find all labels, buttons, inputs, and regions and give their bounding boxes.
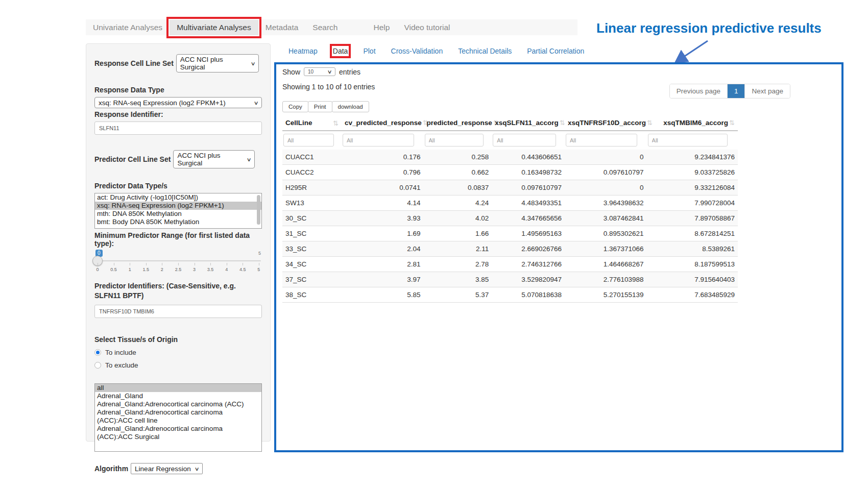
column-header-CellLine[interactable]: CellLine⇅ [282, 115, 342, 131]
slider-tick-label: 0.5 [110, 263, 117, 272]
slider-tick-label: 5 [257, 263, 261, 272]
cell-line-name: 30_SC [282, 211, 342, 226]
annotation-text: Linear regression predictive results [596, 20, 841, 36]
export-buttons: Copy Print download [282, 101, 369, 112]
previous-page-button[interactable]: Previous page [670, 84, 727, 98]
cell-value: 0.176 [342, 150, 424, 165]
tab-technical-details[interactable]: Technical Details [458, 47, 512, 55]
listbox-scrollbar[interactable] [257, 195, 260, 225]
response-identifier-input[interactable] [94, 121, 262, 135]
column-header-xsqTMBIM6_accorg[interactable]: xsqTMBIM6_accorg⇅ [647, 115, 738, 131]
cell-value: 3.97 [342, 272, 424, 287]
table-row-CUACC2[interactable]: CUACC20.7960.6620.1634987320.0976107979.… [282, 165, 738, 180]
predictor-cell-line-set-select[interactable]: ACC NCI plus Surgical ∨ [173, 150, 255, 168]
column-header-predicted_response[interactable]: predicted_response⇅ [424, 115, 492, 131]
tab-plot[interactable]: Plot [363, 47, 375, 55]
cell-value: 3.964398632 [565, 196, 647, 211]
table-row-30_SC[interactable]: 30_SC3.934.024.3476656563.0874628417.897… [282, 211, 738, 226]
column-header-xsqSLFN11_accorg[interactable]: xsqSLFN11_accorg⇅ [492, 115, 565, 131]
results-tabbar: Heatmap Data Plot Cross-Validation Techn… [288, 47, 584, 55]
slider-tick-label: 4.5 [239, 263, 246, 272]
column-filter-input-predicted_response[interactable] [425, 134, 484, 147]
nav-search[interactable]: Search [305, 20, 345, 35]
table-row-37_SC[interactable]: 37_SC3.973.853.5298209472.7761039887.915… [282, 272, 738, 287]
response-data-type-label: Response Data Type [94, 86, 262, 94]
radio-label: To exclude [105, 361, 138, 369]
nav-metadata[interactable]: Metadata [258, 20, 306, 35]
sort-icon[interactable]: ⇅ [333, 119, 339, 127]
list-item[interactable]: bmt: Body DNA 850K Methylation [95, 218, 261, 226]
column-filter-input-cv_predicted_response[interactable] [343, 134, 414, 147]
cell-value: 5.270155139 [565, 287, 647, 303]
cell-value: 0.097610797 [565, 165, 647, 180]
results-table: CellLine⇅cv_predicted_response⇅predicted… [282, 115, 738, 303]
table-row-31_SC[interactable]: 31_SC1.691.661.4956951630.8953026218.672… [282, 226, 738, 241]
tab-data[interactable]: Data [333, 47, 348, 55]
cell-value: 2.746312766 [492, 257, 565, 272]
cell-value: 7.683485929 [647, 287, 738, 303]
tissue-exclude-radio[interactable]: To exclude [94, 361, 262, 369]
cell-value: 0.0837 [424, 180, 492, 196]
nav-multivariate-analyses[interactable]: Multivariate Analyses [170, 20, 258, 35]
predictor-identifiers-label: Predictor Identifiers: (Case-Sensitive, … [94, 281, 262, 301]
chevron-down-icon: ∨ [327, 69, 332, 75]
predictor-data-types-listbox: act: Drug Activity (-log10[IC50M]) xsq: … [94, 193, 262, 229]
response-data-type-select[interactable]: xsq: RNA-seq Expression (log2 FPKM+1) ∨ [94, 97, 262, 108]
list-item[interactable]: mth: DNA 850K Methylation [95, 210, 261, 218]
table-row-SW13[interactable]: SW134.144.244.4834933513.9643986327.9907… [282, 196, 738, 211]
tab-cross-validation[interactable]: Cross-Validation [391, 47, 443, 55]
table-row-33_SC[interactable]: 33_SC2.042.112.6690267661.3673710668.538… [282, 241, 738, 257]
column-filter-input-xsqSLFN11_accorg[interactable] [493, 134, 556, 147]
column-header-xsqTNFRSF10D_accorg[interactable]: xsqTNFRSF10D_accorg⇅ [565, 115, 647, 131]
table-row-H295R[interactable]: H295R0.07410.08370.09761079709.332126084 [282, 180, 738, 196]
cell-line-name: 33_SC [282, 241, 342, 257]
cell-line-name: CUACC1 [282, 150, 342, 165]
results-table-body: CUACC10.1760.2580.44360665109.234841376C… [282, 150, 738, 303]
tab-heatmap[interactable]: Heatmap [288, 47, 318, 55]
list-item[interactable]: Adrenal_Gland:Adrenocortical carcinoma (… [95, 408, 261, 425]
nav-video-tutorial[interactable]: Video tutorial [397, 20, 457, 35]
slider-track[interactable] [95, 260, 261, 261]
download-button[interactable]: download [332, 101, 369, 112]
page-number-button[interactable]: 1 [727, 84, 745, 98]
list-item[interactable]: Adrenal_Gland [95, 392, 261, 400]
cell-value: 4.347665656 [492, 211, 565, 226]
list-item[interactable]: all [95, 384, 261, 392]
copy-button[interactable]: Copy [282, 101, 308, 112]
tissue-include-radio[interactable]: To include [94, 349, 262, 356]
tab-partial-correlation[interactable]: Partial Correlation [527, 47, 584, 55]
list-item[interactable]: act: Drug Activity (-log10[IC50M]) [95, 193, 261, 202]
cell-value: 2.776103988 [565, 272, 647, 287]
algorithm-select[interactable]: Linear Regression ∨ [131, 463, 203, 474]
column-filter-input-CellLine[interactable] [283, 134, 334, 147]
table-row-CUACC1[interactable]: CUACC10.1760.2580.44360665109.234841376 [282, 150, 738, 165]
page-length-select[interactable]: 10 ∨ [304, 67, 335, 76]
list-item[interactable]: xsq: RNA-seq Expression (log2 FPKM+1) [95, 202, 261, 210]
next-page-button[interactable]: Next page [744, 84, 790, 98]
list-item[interactable]: Adrenal_Gland:Adrenocortical carcinoma (… [95, 425, 261, 441]
list-item[interactable]: Adrenal_Gland:Adrenocortical carcinoma (… [95, 400, 261, 408]
cell-value: 4.14 [342, 196, 424, 211]
nav-univariate-analyses[interactable]: Univariate Analyses [86, 20, 170, 35]
cell-value: 4.483493351 [492, 196, 565, 211]
column-filter-input-xsqTMBIM6_accorg[interactable] [648, 134, 728, 147]
app-window: Univariate Analyses Multivariate Analyse… [0, 0, 868, 488]
print-button[interactable]: Print [308, 101, 332, 112]
cell-value: 0.796 [342, 165, 424, 180]
slider-tick-label: 1.5 [143, 263, 150, 272]
cell-value: 1.66 [424, 226, 492, 241]
cell-value: 0.662 [424, 165, 492, 180]
predictor-identifiers-input[interactable] [94, 305, 262, 318]
table-row-38_SC[interactable]: 38_SC5.855.375.0708186385.2701551397.683… [282, 287, 738, 303]
cell-line-name: H295R [282, 180, 342, 196]
response-cell-line-set-select[interactable]: ACC NCI plus Surgical ∨ [176, 54, 259, 72]
show-label: Show [282, 68, 300, 76]
algorithm-label: Algorithm [94, 465, 128, 473]
chevron-down-icon: ∨ [250, 61, 255, 66]
column-filter-input-xsqTNFRSF10D_accorg[interactable] [566, 134, 637, 147]
nav-help[interactable]: Help [366, 20, 397, 35]
sort-icon[interactable]: ⇅ [729, 119, 735, 127]
cell-value: 5.070818638 [492, 287, 565, 303]
table-row-34_SC[interactable]: 34_SC2.812.782.7463127661.4646682678.187… [282, 257, 738, 272]
column-header-cv_predicted_response[interactable]: cv_predicted_response⇅ [342, 115, 424, 131]
